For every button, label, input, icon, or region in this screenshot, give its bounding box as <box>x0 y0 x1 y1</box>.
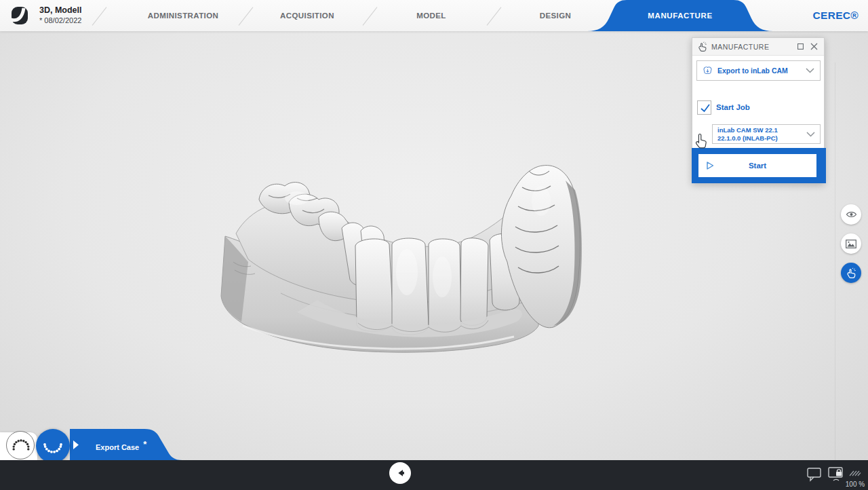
upper-arch-dots-icon <box>7 432 35 460</box>
hatch-icon <box>849 470 861 476</box>
case-title: 3D, Modell <box>39 5 82 16</box>
case-date: * 08/02/2022 <box>39 16 82 26</box>
case-info: 3D, Modell * 08/02/2022 <box>39 5 82 25</box>
chevron-down-icon <box>806 132 815 137</box>
dental-model-3d[interactable] <box>216 160 590 354</box>
start-button-label: Start <box>698 162 816 170</box>
zoom-indicator: 100 % <box>845 467 865 488</box>
tab-separator <box>92 7 107 25</box>
image-capture-button[interactable] <box>841 233 861 254</box>
top-navigation-bar: 3D, Modell * 08/02/2022 ADMINISTRATION A… <box>0 0 868 31</box>
bottom-status-bar: 100 % <box>0 460 868 490</box>
model-viewport[interactable]: MANUFACTURE Export to inLab CAM <box>0 31 868 460</box>
back-button[interactable] <box>389 462 411 484</box>
tab-manufacture-active[interactable]: MANUFACTURE <box>587 0 773 31</box>
machine-dropdown-label: inLab CAM SW 22.1 22.1.0.0 (INLAB-PC) <box>717 126 806 142</box>
manufacture-hand-icon <box>846 267 856 278</box>
lower-arch-dots-icon <box>36 429 70 463</box>
start-job-label[interactable]: Start Job <box>716 103 750 111</box>
maximize-icon[interactable] <box>795 41 806 52</box>
export-case-button[interactable]: Export Case* <box>96 428 142 460</box>
chevron-down-icon <box>806 68 814 73</box>
manufacture-icon <box>697 41 707 52</box>
eye-icon <box>846 210 857 219</box>
close-icon[interactable] <box>808 41 819 52</box>
chat-bubble-icon[interactable] <box>807 468 822 482</box>
export-case-label: Export Case <box>96 443 139 451</box>
manufacture-panel-header[interactable]: MANUFACTURE <box>692 38 824 56</box>
mouse-cursor-hand <box>694 133 708 149</box>
upper-jaw-button[interactable] <box>6 431 35 459</box>
brand-logo: CEREC® <box>813 0 859 31</box>
zoom-level: 100 % <box>845 480 865 488</box>
export-restoration-icon <box>703 66 713 75</box>
start-button[interactable]: Start <box>698 154 816 177</box>
panel-title: MANUFACTURE <box>711 43 792 51</box>
arrow-left-icon <box>394 468 406 478</box>
tab-acquisition[interactable]: ACQUISITION <box>243 0 372 31</box>
tab-model[interactable]: MODEL <box>367 0 496 31</box>
manufacture-panel: MANUFACTURE Export to inLab CAM <box>692 37 825 183</box>
export-target-label: Export to inLab CAM <box>717 67 806 75</box>
play-icon <box>705 161 715 170</box>
manufacture-phase-button[interactable] <box>841 263 861 283</box>
rail-divider <box>835 62 835 490</box>
lower-jaw-button[interactable] <box>36 429 70 463</box>
start-job-checkbox[interactable] <box>697 100 711 115</box>
dentsply-sirona-logo <box>11 5 30 26</box>
machine-dropdown[interactable]: inLab CAM SW 22.1 22.1.0.0 (INLAB-PC) <box>712 124 821 144</box>
export-target-dropdown[interactable]: Export to inLab CAM <box>696 60 821 81</box>
application-window: 3D, Modell * 08/02/2022 ADMINISTRATION A… <box>0 0 868 490</box>
tab-manufacture-label[interactable]: MANUFACTURE <box>587 0 773 31</box>
view-options-button[interactable] <box>841 204 861 225</box>
monitor-lock-icon[interactable] <box>828 466 844 482</box>
tab-administration[interactable]: ADMINISTRATION <box>119 0 248 31</box>
image-icon <box>846 240 856 248</box>
panel-footer: Start <box>692 148 826 183</box>
export-case-badge: * <box>143 439 146 449</box>
